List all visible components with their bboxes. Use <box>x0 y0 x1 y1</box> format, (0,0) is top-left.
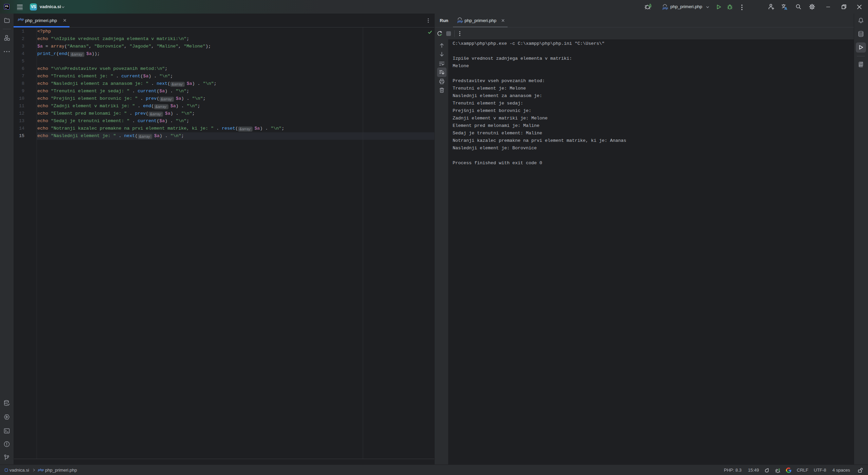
svg-text:php: php <box>457 20 463 23</box>
svg-text:A: A <box>785 6 787 11</box>
svg-text:php: php <box>663 6 668 10</box>
